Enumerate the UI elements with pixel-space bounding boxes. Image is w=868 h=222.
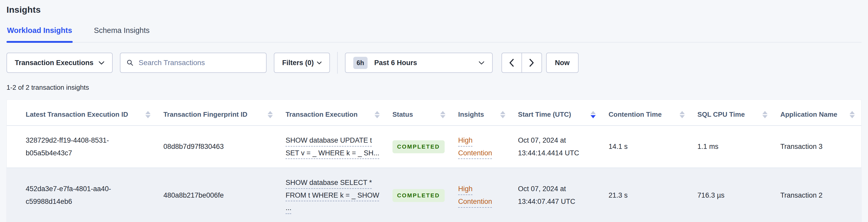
col-header-contention-time[interactable]: Contention Time (602, 100, 691, 126)
chevron-right-icon (529, 59, 534, 67)
sort-arrows-icon[interactable] (590, 111, 596, 119)
sort-arrows-icon[interactable] (145, 111, 151, 119)
time-next-button[interactable] (522, 53, 542, 73)
transaction-execution-link[interactable]: SHOW database SELECT * FROM t WHERE k = … (285, 179, 379, 212)
insights-table-card: Latest Transaction Execution ID Transact… (6, 99, 862, 222)
cell-start-time: Oct 07, 2024 at 13:44:07.447 UTC (512, 168, 602, 222)
toolbar-divider (337, 52, 338, 74)
sort-arrows-icon[interactable] (500, 111, 506, 119)
cell-contention-time: 14.1 s (602, 126, 691, 168)
col-header-insights[interactable]: Insights (452, 100, 512, 126)
time-range-label: Past 6 Hours (374, 59, 417, 67)
cell-contention-time: 21.3 s (602, 168, 691, 222)
sort-arrows-icon[interactable] (762, 111, 768, 119)
filters-button-label: Filters (0) (282, 59, 314, 67)
cell-application-name: Transaction 2 (774, 168, 861, 222)
transaction-execution-link[interactable]: SHOW database UPDATE t SET v = _ WHERE k… (285, 136, 379, 157)
tab-bar: Workload Insights Schema Insights (6, 26, 862, 42)
filters-button[interactable]: Filters (0) (274, 53, 330, 73)
cell-transaction-execution: SHOW database UPDATE t SET v = _ WHERE k… (279, 126, 386, 168)
col-header-sql-cpu-time[interactable]: SQL CPU Time (691, 100, 774, 126)
search-icon (127, 59, 133, 66)
col-header-application-name[interactable]: Application Name (774, 100, 861, 126)
cell-application-name: Transaction 3 (774, 126, 861, 168)
chevron-down-icon (317, 61, 321, 64)
insight-link[interactable]: High Contention (458, 136, 492, 157)
cell-status: COMPLETED (386, 126, 452, 168)
table-row: 328729d2-ff19-4408-8531-b05a5b4e43c7 08d… (7, 126, 861, 168)
status-badge: COMPLETED (393, 189, 445, 202)
sort-arrows-icon[interactable] (440, 111, 446, 119)
tab-schema-insights[interactable]: Schema Insights (93, 26, 150, 42)
sort-arrows-icon[interactable] (849, 111, 855, 119)
col-header-start-time[interactable]: Start Time (UTC) (512, 100, 602, 126)
time-range-dropdown[interactable]: 6h Past 6 Hours (345, 53, 493, 73)
insight-link[interactable]: High Contention (458, 185, 492, 205)
time-range-pager (501, 53, 542, 73)
search-input[interactable] (138, 58, 260, 67)
toolbar: Transaction Executions Filters (0) 6h Pa… (6, 52, 862, 74)
status-badge: COMPLETED (393, 140, 445, 153)
cell-execution-id: 328729d2-ff19-4408-8531-b05a5b4e43c7 (7, 126, 157, 168)
cell-execution-id: 452da3e7-e7fa-4801-aa40-c59988d14eb6 (7, 168, 157, 222)
sort-arrows-icon[interactable] (267, 111, 273, 119)
report-type-dropdown[interactable]: Transaction Executions (6, 53, 113, 73)
cell-sql-cpu-time: 716.3 µs (691, 168, 774, 222)
cell-fingerprint-id: 08d8b7d97f830463 (157, 126, 279, 168)
cell-status: COMPLETED (386, 168, 452, 222)
cell-transaction-execution: SHOW database SELECT * FROM t WHERE k = … (279, 168, 386, 222)
col-header-transaction-execution[interactable]: Transaction Execution (279, 100, 386, 126)
cell-insights: High Contention (452, 168, 512, 222)
time-range-badge: 6h (353, 57, 368, 69)
chevron-down-icon (99, 61, 104, 65)
table-row: 452da3e7-e7fa-4801-aa40-c59988d14eb6 480… (7, 168, 861, 222)
tab-workload-insights[interactable]: Workload Insights (6, 26, 73, 42)
now-button[interactable]: Now (546, 53, 579, 73)
chevron-left-icon (509, 59, 514, 67)
table-body: 328729d2-ff19-4408-8531-b05a5b4e43c7 08d… (7, 126, 861, 222)
insights-page: Insights Workload Insights Schema Insigh… (0, 5, 868, 222)
table-header-row: Latest Transaction Execution ID Transact… (7, 100, 861, 126)
cell-start-time: Oct 07, 2024 at 13:44:14.4414 UTC (512, 126, 602, 168)
cell-sql-cpu-time: 1.1 ms (691, 126, 774, 168)
insights-table: Latest Transaction Execution ID Transact… (7, 100, 861, 222)
col-header-transaction-fingerprint-id[interactable]: Transaction Fingerprint ID (157, 100, 279, 126)
col-header-status[interactable]: Status (386, 100, 452, 126)
results-count: 1-2 of 2 transaction insights (6, 84, 862, 92)
sort-arrows-icon[interactable] (679, 111, 685, 119)
chevron-down-icon (478, 61, 484, 65)
col-header-latest-transaction-execution-id[interactable]: Latest Transaction Execution ID (7, 100, 157, 126)
search-box (120, 53, 267, 73)
cell-fingerprint-id: 480a8b217be006fe (157, 168, 279, 222)
cell-insights: High Contention (452, 126, 512, 168)
sort-arrows-icon[interactable] (374, 111, 380, 119)
report-type-dropdown-label: Transaction Executions (15, 59, 93, 67)
time-prev-button[interactable] (501, 53, 522, 73)
page-title: Insights (6, 5, 862, 15)
